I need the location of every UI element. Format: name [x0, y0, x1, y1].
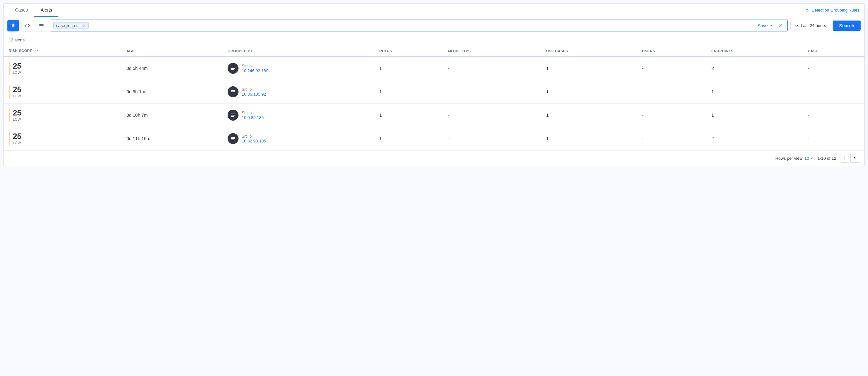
risk-score-val-0: 25: [13, 62, 22, 70]
cell-endpoints-2: 1: [706, 104, 803, 127]
filter-icon-btn[interactable]: [7, 20, 19, 31]
save-chevron-icon: [769, 24, 772, 27]
group-label-2: Src Ip: [242, 111, 264, 115]
cell-case-3: -: [803, 127, 865, 150]
col-grouped-by: GROUPED BY: [222, 45, 374, 57]
cell-mitre-3: -: [443, 127, 541, 150]
time-filter[interactable]: Last 24 hours: [790, 21, 831, 30]
cell-grouped-by-1: Src Ip 10.36.135.92: [222, 80, 374, 104]
risk-score-val-3: 25: [13, 133, 22, 140]
cell-mitre-0: -: [443, 57, 541, 80]
group-value-1[interactable]: 10.36.135.92: [242, 92, 266, 97]
prev-page-btn[interactable]: [840, 154, 849, 163]
risk-score-val-1: 25: [13, 86, 22, 93]
cell-rules-2: 1: [374, 104, 443, 127]
toolbar: case_id : null ✕ ... Save ✕ Last 24 hour…: [3, 17, 865, 34]
filter-tag-close-btn[interactable]: ✕: [83, 24, 86, 28]
group-icon-3: [227, 133, 239, 144]
col-age: AGE: [121, 45, 222, 57]
detection-grouping-link[interactable]: Detection Grouping Rules: [804, 7, 859, 13]
risk-level-2: LOW: [13, 117, 22, 121]
list-view-btn[interactable]: [36, 20, 47, 31]
risk-bar-3: [9, 132, 10, 146]
risk-level-3: LOW: [13, 141, 22, 145]
detection-grouping-label: Detection Grouping Rules: [811, 8, 859, 12]
cell-age-2: 0d 10h 7m: [121, 104, 222, 127]
group-value-2[interactable]: 10.0.89.186: [242, 115, 264, 120]
svg-rect-1: [231, 68, 235, 69]
group-label-1: Src Ip: [242, 87, 266, 92]
search-button[interactable]: Search: [833, 21, 861, 31]
per-page-select[interactable]: 10: [804, 156, 813, 161]
cell-use-cases-1: 1: [541, 80, 637, 104]
cell-risk-score-3: 25 LOW: [3, 127, 121, 150]
svg-rect-11: [231, 140, 234, 140]
cell-use-cases-3: 1: [541, 127, 637, 150]
risk-bar-1: [9, 85, 10, 99]
col-users: USERS: [637, 45, 706, 57]
group-value-3[interactable]: 10.32.90.105: [242, 139, 266, 143]
col-risk-score[interactable]: RISK SCORE: [3, 45, 121, 57]
cell-case-1: -: [803, 80, 865, 104]
filter-tag-case-id: case_id : null ✕: [53, 22, 89, 29]
table-row: 25 LOW 0d 10h 7m Src Ip: [3, 104, 865, 127]
save-label: Save: [757, 23, 768, 28]
next-page-btn[interactable]: [850, 154, 859, 163]
cell-users-0: -: [637, 57, 706, 80]
star-filter-icon: [10, 23, 16, 28]
main-container: Cases Alerts Detection Grouping Rules: [3, 3, 865, 166]
tabs-left: Cases Alerts: [9, 3, 58, 17]
svg-rect-10: [231, 138, 235, 139]
table-body: 25 LOW 0d 5h 44m Src Ip: [3, 57, 865, 150]
chevron-left-icon: [843, 157, 846, 160]
risk-bar-0: [9, 61, 10, 75]
cell-age-0: 0d 5h 44m: [121, 57, 222, 80]
pagination: Rows per view 10 1-10 of 12: [3, 150, 865, 166]
rows-per-view: Rows per view 10: [775, 156, 813, 161]
page-range: 1-10 of 12: [817, 156, 836, 161]
search-bar-more[interactable]: ...: [91, 22, 96, 29]
svg-rect-3: [231, 90, 235, 91]
per-page-value: 10: [804, 156, 809, 161]
cell-case-0: -: [803, 57, 865, 80]
cell-grouped-by-3: Src Ip 10.32.90.105: [222, 127, 374, 150]
tabs-bar: Cases Alerts Detection Grouping Rules: [3, 3, 865, 17]
table-row: 25 LOW 0d 9h 1m Src Ip: [3, 80, 865, 104]
risk-score-val-2: 25: [13, 109, 22, 117]
col-use-cases: USE CASES: [541, 45, 637, 57]
rows-per-view-label: Rows per view: [775, 156, 803, 161]
svg-rect-8: [231, 116, 234, 117]
filter-fork-icon: [804, 7, 810, 13]
table-row: 25 LOW 0d 11h 16m Src I: [3, 127, 865, 150]
cell-age-1: 0d 9h 1m: [121, 80, 222, 104]
time-filter-label: Last 24 hours: [801, 23, 826, 28]
svg-rect-0: [231, 67, 235, 67]
col-mitre: MITRE TTPS: [443, 45, 541, 57]
group-icon-2: [227, 110, 239, 121]
tab-alerts[interactable]: Alerts: [34, 3, 59, 17]
risk-bar-2: [9, 108, 10, 122]
group-value-0[interactable]: 10.246.93.189: [242, 68, 268, 73]
svg-rect-5: [231, 93, 234, 93]
cell-rules-3: 1: [374, 127, 443, 150]
svg-rect-7: [231, 115, 235, 115]
cell-use-cases-2: 1: [541, 104, 637, 127]
cell-users-1: -: [637, 80, 706, 104]
code-view-btn[interactable]: [22, 20, 33, 31]
tab-cases[interactable]: Cases: [9, 3, 34, 17]
group-icon-1: [227, 86, 239, 97]
save-btn[interactable]: Save: [755, 22, 775, 30]
chevron-down-icon: [795, 24, 799, 28]
cell-risk-score-0: 25 LOW: [3, 57, 121, 80]
cell-use-cases-0: 1: [541, 57, 637, 80]
group-icon-0: [227, 63, 239, 74]
risk-level-0: LOW: [13, 71, 22, 74]
clear-btn[interactable]: ✕: [777, 21, 784, 30]
alerts-table: RISK SCORE AGE GROUPED BY RULES MITRE TT…: [3, 45, 865, 150]
alert-count-text: 12 alerts: [9, 38, 25, 42]
col-case: CASE: [803, 45, 865, 57]
chevron-right-icon: [853, 157, 857, 160]
page-nav: [840, 154, 859, 163]
code-icon: [25, 23, 30, 28]
cell-mitre-1: -: [443, 80, 541, 104]
